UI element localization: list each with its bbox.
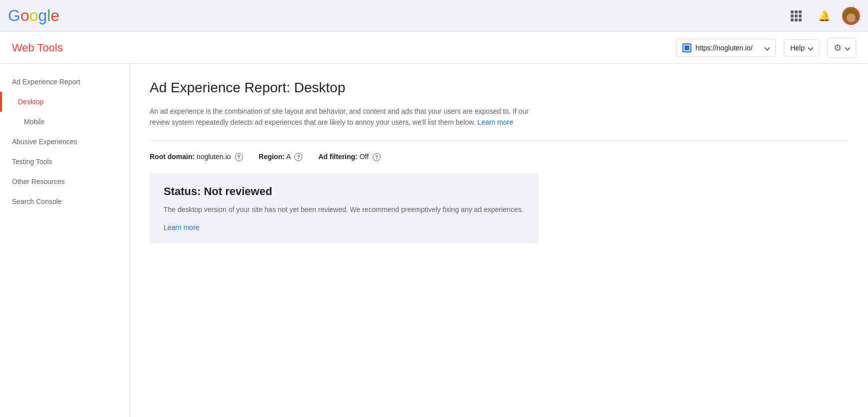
root-domain-value: nogluten.io <box>197 153 231 161</box>
sidebar-item-testing-tools[interactable]: Testing Tools <box>0 152 129 172</box>
logo-g: G <box>8 6 20 25</box>
avatar-head <box>847 13 856 22</box>
sidebar-item-ad-experience-report[interactable]: Ad Experience Report <box>0 72 129 92</box>
settings-chevron-icon <box>845 45 850 50</box>
site-icon <box>682 43 691 52</box>
learn-more-header-link[interactable]: Learn more <box>477 118 513 126</box>
region-label: Region: <box>259 153 285 161</box>
logo-g2: g <box>38 6 47 25</box>
logo-o2: o <box>29 6 38 25</box>
main-content: Ad Experience Report: Desktop An ad expe… <box>130 64 868 417</box>
avatar[interactable] <box>842 7 860 25</box>
ad-filtering-label: Ad filtering: <box>318 153 358 161</box>
divider <box>150 140 848 141</box>
sidebar-item-other-resources[interactable]: Other Resources <box>0 172 129 192</box>
root-domain-info: Root domain: nogluten.io ? <box>150 153 243 162</box>
web-tools-title: Web Tools <box>12 41 63 54</box>
bell-icon: 🔔 <box>818 10 831 22</box>
logo-e: e <box>50 6 59 25</box>
site-url-dropdown[interactable]: https://nogluten.io/ <box>676 39 776 57</box>
site-url-label: https://nogluten.io/ <box>695 44 752 52</box>
settings-button[interactable]: ⚙ <box>827 38 856 58</box>
root-domain-help-icon[interactable]: ? <box>235 153 243 161</box>
ad-filtering-value: Off <box>360 153 369 161</box>
root-domain-label: Root domain: <box>150 153 195 161</box>
help-button[interactable]: Help <box>784 39 819 56</box>
ad-filtering-info: Ad filtering: Off ? <box>318 153 381 162</box>
help-label: Help <box>790 44 805 52</box>
sidebar-item-search-console[interactable]: Search Console <box>0 192 129 211</box>
region-info: Region: A ? <box>259 153 303 162</box>
ad-filtering-help-icon[interactable]: ? <box>373 153 381 161</box>
learn-more-status-link[interactable]: Learn more <box>164 223 200 231</box>
page-title: Ad Experience Report: Desktop <box>150 80 848 96</box>
description: An ad experience is the combination of s… <box>150 106 539 128</box>
google-logo: G o o g l e <box>8 6 59 25</box>
apps-button[interactable] <box>786 6 806 26</box>
status-title: Status: Not reviewed <box>164 185 525 198</box>
top-bar-icons: 🔔 <box>786 6 860 26</box>
sub-header: Web Tools https://nogluten.io/ Help ⚙ <box>0 32 868 64</box>
grid-icon <box>791 10 802 21</box>
logo-o1: o <box>20 6 29 25</box>
region-help-icon[interactable]: ? <box>294 153 302 161</box>
sidebar: Ad Experience Report Desktop Mobile Abus… <box>0 64 130 417</box>
sidebar-item-desktop[interactable]: Desktop <box>0 92 129 112</box>
gear-icon: ⚙ <box>834 42 842 53</box>
sidebar-item-mobile[interactable]: Mobile <box>0 112 129 132</box>
top-bar: G o o g l e 🔔 <box>0 0 868 32</box>
status-description: The desktop version of your site has not… <box>164 204 525 215</box>
chevron-down-icon <box>765 45 770 50</box>
region-value: A <box>286 153 291 161</box>
main-layout: Ad Experience Report Desktop Mobile Abus… <box>0 64 868 417</box>
meta-row: Root domain: nogluten.io ? Region: A ? A… <box>150 153 848 162</box>
bell-shape: 🔔 <box>818 10 831 22</box>
avatar-inner <box>844 8 859 23</box>
logo-l: l <box>47 6 50 25</box>
notifications-button[interactable]: 🔔 <box>814 6 834 26</box>
sidebar-item-abusive-experiences[interactable]: Abusive Experiences <box>0 132 129 152</box>
status-box: Status: Not reviewed The desktop version… <box>150 173 539 243</box>
help-chevron-icon <box>808 45 813 50</box>
